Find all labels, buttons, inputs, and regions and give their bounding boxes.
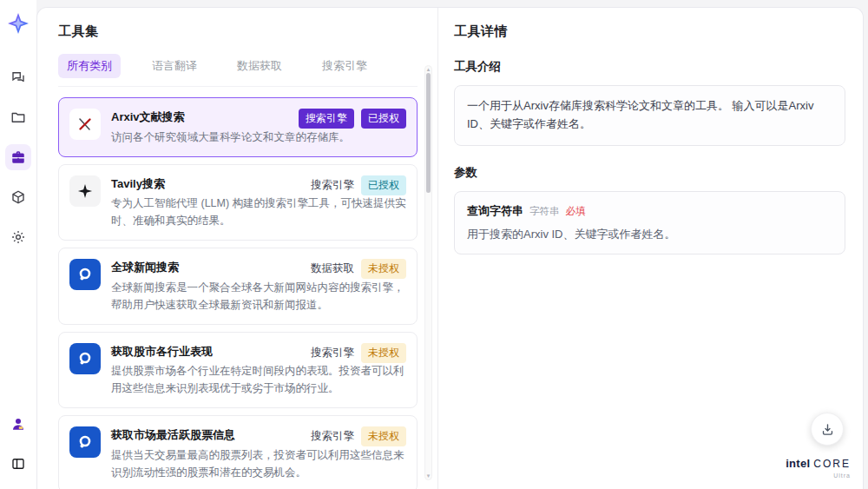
status-badge-unauthorized: 未授权 bbox=[361, 259, 406, 279]
tool-list: Arxiv文献搜索 访问各个研究领域大量科学论文和文章的存储库。 搜索引擎 已授… bbox=[58, 97, 418, 489]
arxiv-logo-icon bbox=[69, 109, 101, 140]
category-label: 搜索引擎 bbox=[311, 429, 354, 444]
tab-data-fetching[interactable]: 数据获取 bbox=[228, 54, 291, 78]
category-badge: 搜索引擎 bbox=[299, 109, 354, 129]
sidebar-item-tools[interactable] bbox=[5, 144, 31, 170]
status-badge-authorized: 已授权 bbox=[361, 175, 406, 195]
status-badge-unauthorized: 未授权 bbox=[361, 426, 406, 446]
tool-description: 专为人工智能代理 (LLM) 构建的搜索引擎工具，可快速提供实时、准确和真实的结… bbox=[111, 195, 406, 229]
param-required-badge: 必填 bbox=[566, 205, 586, 218]
tool-card-tavily[interactable]: Tavily搜索 专为人工智能代理 (LLM) 构建的搜索引擎工具，可快速提供实… bbox=[58, 164, 418, 241]
scroll-down-arrow-icon[interactable]: ▼ bbox=[425, 473, 431, 479]
tool-intro-text: 一个用于从Arxiv存储库搜索科学论文和文章的工具。 输入可以是Arxiv ID… bbox=[454, 85, 845, 146]
sidebar-item-files[interactable] bbox=[5, 104, 31, 130]
category-label: 搜索引擎 bbox=[311, 346, 354, 360]
tool-description: 访问各个研究领域大量科学论文和文章的存储库。 bbox=[111, 129, 406, 146]
main-content-card: 工具集 所有类别 语言翻译 数据获取 搜索引擎 Arxiv文献搜索 bbox=[36, 7, 864, 489]
tool-details-pane: 工具详情 工具介绍 一个用于从Arxiv存储库搜索科学论文和文章的工具。 输入可… bbox=[438, 8, 863, 489]
tool-description: 全球新闻搜索是一个聚合全球各大新闻网站内容的搜索引擎，帮助用户快速获取全球最新资… bbox=[111, 279, 406, 314]
intro-heading: 工具介绍 bbox=[454, 59, 845, 75]
tools-list-pane: 工具集 所有类别 语言翻译 数据获取 搜索引擎 Arxiv文献搜索 bbox=[37, 8, 438, 489]
app-logo-icon bbox=[7, 12, 30, 35]
core-wordmark: CORE bbox=[813, 458, 851, 470]
news-globe-icon bbox=[69, 343, 101, 374]
category-label: 搜索引擎 bbox=[311, 178, 354, 193]
status-badge-authorized: 已授权 bbox=[361, 109, 406, 129]
panel-layout-icon bbox=[10, 456, 26, 472]
sidebar-item-settings[interactable] bbox=[5, 224, 31, 250]
tool-description: 提供当天交易量最高的股票列表，投资者可以利用这些信息来识别流动性强的股票和潜在的… bbox=[111, 446, 406, 481]
sidebar-item-models[interactable] bbox=[5, 184, 31, 210]
briefcase-icon bbox=[10, 149, 26, 165]
param-description: 用于搜索的Arxiv ID、关键字或作者姓名。 bbox=[467, 226, 832, 243]
status-badge-unauthorized: 未授权 bbox=[361, 343, 406, 363]
tab-search-engine[interactable]: 搜索引擎 bbox=[313, 54, 376, 78]
tool-list-scrollbar[interactable]: ▲ ▼ bbox=[424, 65, 432, 480]
details-panel-title: 工具详情 bbox=[454, 23, 845, 40]
news-globe-icon bbox=[69, 426, 101, 458]
category-label: 数据获取 bbox=[311, 261, 354, 276]
tab-all-categories[interactable]: 所有类别 bbox=[58, 54, 121, 78]
parameter-card: 查询字符串 字符串 必填 用于搜索的Arxiv ID、关键字或作者姓名。 bbox=[454, 191, 845, 255]
brand-sub-label: Ultra bbox=[786, 472, 851, 479]
tool-description: 提供股票市场各个行业在特定时间段内的表现。投资者可以利用这些信息来识别表现优于或… bbox=[111, 362, 406, 397]
param-name: 查询字符串 bbox=[467, 203, 523, 219]
user-avatar-icon bbox=[10, 416, 26, 432]
folder-icon bbox=[10, 109, 26, 125]
tool-card-most-active-stocks[interactable]: 获取市场最活跃股票信息 提供当天交易量最高的股票列表，投资者可以利用这些信息来识… bbox=[58, 415, 418, 489]
scrollbar-thumb[interactable] bbox=[426, 73, 431, 193]
collapse-sidebar-button[interactable] bbox=[5, 451, 31, 477]
download-icon bbox=[820, 422, 835, 437]
category-tabs: 所有类别 语言翻译 数据获取 搜索引擎 bbox=[58, 54, 418, 87]
tool-card-global-news[interactable]: 全球新闻搜索 全球新闻搜索是一个聚合全球各大新闻网站内容的搜索引擎，帮助用户快速… bbox=[58, 248, 418, 325]
download-button[interactable] bbox=[811, 413, 844, 446]
sidebar-item-chat[interactable] bbox=[5, 64, 31, 90]
chat-icon bbox=[10, 69, 26, 85]
news-globe-icon bbox=[69, 259, 101, 290]
scroll-up-arrow-icon[interactable]: ▲ bbox=[425, 67, 431, 72]
left-rail bbox=[0, 0, 36, 489]
params-heading: 参数 bbox=[454, 165, 845, 181]
tab-language-translation[interactable]: 语言翻译 bbox=[143, 54, 206, 78]
tool-card-sector-performance[interactable]: 获取股市各行业表现 提供股票市场各个行业在特定时间段内的表现。投资者可以利用这些… bbox=[58, 332, 418, 409]
gear-icon bbox=[10, 229, 26, 245]
intel-wordmark: intel bbox=[786, 457, 810, 470]
cube-icon bbox=[10, 189, 26, 205]
tavily-star-icon bbox=[69, 175, 101, 207]
intel-core-logo: intel CORE Ultra bbox=[786, 456, 851, 479]
param-type: 字符串 bbox=[529, 205, 560, 218]
user-avatar-button[interactable] bbox=[5, 411, 31, 437]
tool-card-arxiv[interactable]: Arxiv文献搜索 访问各个研究领域大量科学论文和文章的存储库。 搜索引擎 已授… bbox=[58, 97, 418, 157]
tools-panel-title: 工具集 bbox=[58, 23, 437, 40]
